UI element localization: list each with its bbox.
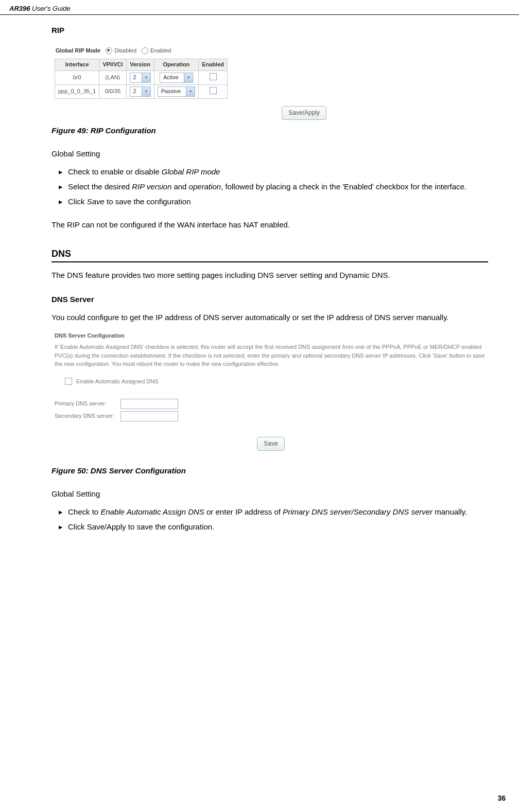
col-version: Version	[126, 59, 154, 70]
page-number: 36	[497, 793, 506, 804]
bullet-item: ▸ Check to enable or disable Global RIP …	[59, 166, 488, 177]
triangle-bullet-icon: ▸	[59, 181, 68, 192]
bullet-item: ▸ Select the desired RIP version and ope…	[59, 181, 488, 192]
primary-dns-row: Primary DNS server:	[55, 399, 487, 409]
triangle-bullet-icon: ▸	[59, 521, 68, 532]
radio-enabled[interactable]	[142, 47, 148, 54]
rip-note: The RIP can not be configured if the WAN…	[51, 219, 488, 230]
chevron-down-icon: ▾	[142, 87, 150, 96]
dns-heading: DNS	[51, 248, 488, 262]
cell-iface: ppp_0_0_35_1	[55, 84, 99, 98]
radio-disabled-label: Disabled	[114, 47, 136, 55]
col-enabled: Enabled	[199, 59, 228, 70]
enabled-checkbox[interactable]	[210, 87, 217, 94]
primary-dns-input[interactable]	[120, 399, 178, 409]
page-header: AR396 User's Guide	[0, 4, 519, 15]
cell-vpivci: (LAN)	[99, 70, 126, 84]
cell-enabled	[199, 70, 228, 84]
operation-select[interactable]: Passive▾	[158, 86, 196, 97]
rip-title: RIP	[51, 25, 488, 36]
enabled-checkbox[interactable]	[210, 73, 217, 80]
cell-version: 2▾	[126, 84, 154, 98]
dns-screenshot: DNS Server Configuration If 'Enable Auto…	[55, 332, 487, 451]
bullet-item: ▸ Click Save/Apply to save the configura…	[59, 521, 488, 532]
chevron-down-icon: ▾	[186, 87, 195, 96]
primary-dns-label: Primary DNS server:	[55, 400, 120, 408]
cell-vpivci: 0/0/35	[99, 84, 126, 98]
rip-screenshot: Global RIP Mode Disabled Enabled Interfa…	[55, 45, 327, 120]
rip-table: Interface VPI/VCI Version Operation Enab…	[55, 59, 228, 98]
save-button[interactable]: Save	[257, 437, 284, 451]
auto-dns-label: Enable Automatic Assigned DNS	[76, 378, 159, 385]
header-product: AR396	[9, 5, 30, 12]
col-interface: Interface	[55, 59, 99, 70]
figure-49-caption: Figure 49: RIP Configuration	[51, 125, 488, 136]
col-vpivci: VPI/VCI	[99, 59, 126, 70]
cell-enabled	[199, 84, 228, 98]
cell-operation: Active▾	[154, 70, 199, 84]
cell-operation: Passive▾	[154, 84, 199, 98]
secondary-dns-label: Secondary DNS server:	[55, 412, 120, 420]
figure-50-caption: Figure 50: DNS Server Configuration	[51, 465, 488, 476]
cell-version: 2▾	[126, 70, 154, 84]
dns-config-heading: DNS Server Configuration	[55, 332, 487, 340]
auto-dns-checkbox[interactable]	[65, 378, 72, 385]
save-apply-button[interactable]: Save/Apply	[282, 106, 326, 120]
operation-select[interactable]: Active▾	[160, 73, 193, 83]
dns-server-title: DNS Server	[51, 294, 488, 305]
global-setting-label-2: Global Setting	[51, 488, 488, 499]
dns-intro: The DNS feature provides two more settin…	[51, 270, 488, 280]
version-select[interactable]: 2▾	[130, 73, 151, 83]
version-select[interactable]: 2▾	[130, 86, 151, 97]
table-row: br0 (LAN) 2▾ Active▾	[55, 70, 228, 84]
global-rip-mode-label: Global RIP Mode	[56, 47, 100, 55]
global-setting-label: Global Setting	[51, 148, 488, 159]
col-operation: Operation	[154, 59, 199, 70]
dns-server-text: You could configure to get the IP addres…	[51, 312, 488, 323]
bullet-item: ▸ Check to Enable Automatic Assign DNS o…	[59, 506, 488, 517]
secondary-dns-input[interactable]	[120, 411, 178, 421]
secondary-dns-row: Secondary DNS server:	[55, 411, 487, 421]
chevron-down-icon: ▾	[184, 73, 193, 82]
table-row: ppp_0_0_35_1 0/0/35 2▾ Passive▾	[55, 84, 228, 98]
cell-iface: br0	[55, 70, 99, 84]
radio-disabled[interactable]	[106, 47, 112, 54]
dns-config-desc: If 'Enable Automatic Assigned DNS' check…	[55, 343, 487, 368]
bullet-item: ▸ Click Save to save the configuration	[59, 196, 488, 207]
header-suffix: User's Guide	[30, 5, 70, 12]
triangle-bullet-icon: ▸	[59, 166, 68, 177]
triangle-bullet-icon: ▸	[59, 196, 68, 207]
chevron-down-icon: ▾	[142, 73, 150, 82]
triangle-bullet-icon: ▸	[59, 506, 68, 517]
radio-enabled-label: Enabled	[150, 47, 171, 55]
